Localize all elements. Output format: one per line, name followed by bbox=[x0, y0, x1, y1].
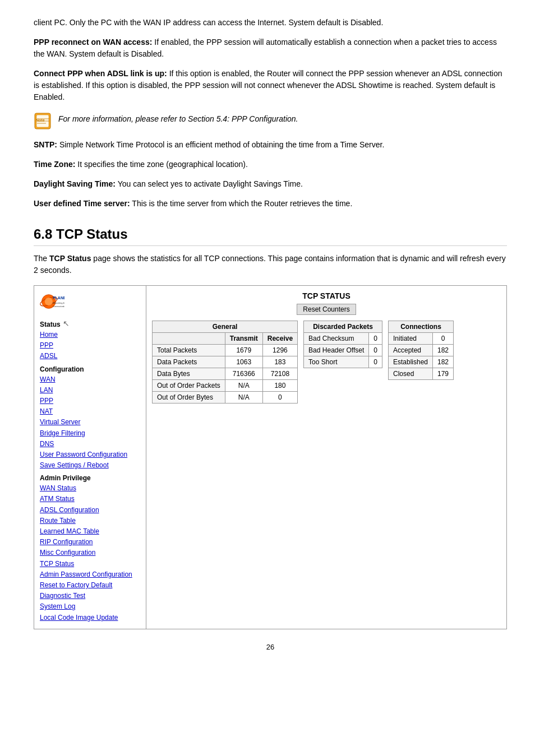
section-intro-text2: page shows the statistics for all TCP co… bbox=[34, 254, 506, 275]
sidebar-link-save-settings[interactable]: Save Settings / Reboot bbox=[40, 460, 140, 471]
general-row-transmit: 716366 bbox=[225, 368, 262, 380]
general-row-label: Data Packets bbox=[153, 356, 225, 368]
general-row-receive: 0 bbox=[262, 392, 297, 403]
sidebar-link-learned-mac[interactable]: Learned MAC Table bbox=[40, 526, 140, 537]
connections-row-label: Accepted bbox=[388, 345, 432, 356]
section-title: 6.8 TCP Status bbox=[34, 226, 507, 246]
general-table-row: Data Packets 1063 183 bbox=[153, 356, 298, 368]
connections-row-label: Initiated bbox=[388, 333, 432, 345]
general-table-row: Total Packets 1679 1296 bbox=[153, 345, 298, 356]
note-icon: Note bbox=[34, 111, 54, 131]
general-row-label: Out of Order Packets bbox=[153, 380, 225, 392]
discarded-row-label: Bad Header Offset bbox=[304, 345, 369, 356]
user-time-text: This is the time server from which the R… bbox=[130, 199, 353, 208]
connections-table-row: Established 182 bbox=[388, 356, 453, 368]
svg-text:PLANET: PLANET bbox=[53, 296, 64, 300]
discarded-row-label: Too Short bbox=[304, 356, 369, 368]
sidebar-link-wan-status[interactable]: WAN Status bbox=[40, 483, 140, 494]
user-time-block: User defined Time server: This is the ti… bbox=[34, 198, 507, 210]
connections-row-label: Established bbox=[388, 356, 432, 368]
sidebar-link-home[interactable]: Home bbox=[40, 330, 140, 340]
general-table: General Transmit Receive Total Packets 1… bbox=[152, 321, 298, 403]
general-row-transmit: 1679 bbox=[225, 345, 262, 356]
connections-row-value: 182 bbox=[433, 356, 454, 368]
sidebar-link-ppp[interactable]: PPP bbox=[40, 340, 140, 351]
ppp-reconnect-label: PPP reconnect on WAN access: bbox=[34, 38, 152, 47]
ppp-reconnect-block: PPP reconnect on WAN access: If enabled,… bbox=[34, 36, 507, 60]
discarded-table-wrapper: Discarded Packets Bad Checksum 0 Bad Hea… bbox=[303, 321, 382, 368]
sidebar-link-wan[interactable]: WAN bbox=[40, 374, 140, 385]
svg-text:Networking &: Networking & bbox=[53, 302, 64, 304]
sidebar-link-reset-factory[interactable]: Reset to Factory Default bbox=[40, 580, 140, 591]
reset-counters-button[interactable]: Reset Counters bbox=[297, 304, 356, 315]
sidebar-link-local-code[interactable]: Local Code Image Update bbox=[40, 613, 140, 623]
connections-row-value: 0 bbox=[433, 333, 454, 345]
sidebar-status-label: Status bbox=[40, 321, 61, 328]
general-row-transmit: N/A bbox=[225, 392, 262, 403]
reset-btn-row: Reset Counters bbox=[152, 304, 501, 315]
sidebar-admin-label: Admin Privilege bbox=[40, 474, 140, 482]
sidebar-logo: PLANET Networking & Communication bbox=[40, 291, 140, 312]
daylight-label: Daylight Saving Time: bbox=[34, 179, 116, 188]
discarded-table: Discarded Packets Bad Checksum 0 Bad Hea… bbox=[303, 321, 382, 368]
sidebar-link-route-table[interactable]: Route Table bbox=[40, 516, 140, 526]
user-time-label: User defined Time server: bbox=[34, 199, 130, 208]
general-row-receive: 180 bbox=[262, 380, 297, 392]
sidebar-link-tcp-status[interactable]: TCP Status bbox=[40, 559, 140, 569]
sidebar-link-atm-status[interactable]: ATM Status bbox=[40, 494, 140, 504]
sidebar-link-system-log[interactable]: System Log bbox=[40, 601, 140, 612]
connect-ppp-block: Connect PPP when ADSL link is up: If thi… bbox=[34, 68, 507, 103]
connections-table-wrapper: Connections Initiated 0 Accepted 182 Est… bbox=[388, 321, 454, 380]
general-table-row: Data Bytes 716366 72108 bbox=[153, 368, 298, 380]
connections-header: Connections bbox=[388, 321, 453, 333]
sntp-block: SNTP: Simple Network Time Protocol is an… bbox=[34, 139, 507, 151]
general-table-row: Out of Order Bytes N/A 0 bbox=[153, 392, 298, 403]
sidebar-status-header: Status ↖ bbox=[40, 317, 140, 330]
sidebar-link-misc-config[interactable]: Misc Configuration bbox=[40, 548, 140, 558]
sidebar-link-dns[interactable]: DNS bbox=[40, 439, 140, 449]
daylight-block: Daylight Saving Time: You can select yes… bbox=[34, 178, 507, 190]
sidebar-link-ppp2[interactable]: PPP bbox=[40, 396, 140, 406]
sidebar-link-adsl-config[interactable]: ADSL Configuration bbox=[40, 505, 140, 516]
paragraph-1-text: client PC. Only the PC with the WAN IP a… bbox=[34, 18, 383, 27]
connections-row-value: 182 bbox=[433, 345, 454, 356]
connections-table-row: Closed 179 bbox=[388, 368, 453, 380]
sidebar-link-admin-password[interactable]: Admin Password Configuration bbox=[40, 569, 140, 580]
discarded-row-value: 0 bbox=[369, 333, 382, 345]
sntp-text: Simple Network Time Protocol is an effic… bbox=[57, 140, 384, 149]
col-receive-header: Receive bbox=[262, 333, 297, 345]
discarded-table-row: Bad Header Offset 0 bbox=[304, 345, 382, 356]
general-row-label: Total Packets bbox=[153, 345, 225, 356]
cursor-icon: ↖ bbox=[63, 319, 70, 328]
sntp-label: SNTP: bbox=[34, 140, 57, 149]
general-row-receive: 72108 bbox=[262, 368, 297, 380]
connections-table-row: Accepted 182 bbox=[388, 345, 453, 356]
sidebar-link-lan[interactable]: LAN bbox=[40, 385, 140, 396]
general-row-receive: 1296 bbox=[262, 345, 297, 356]
sidebar-link-adsl[interactable]: ADSL bbox=[40, 351, 140, 361]
sidebar-link-rip-config[interactable]: RIP Configuration bbox=[40, 537, 140, 548]
paragraph-1: client PC. Only the PC with the WAN IP a… bbox=[34, 17, 507, 29]
connections-table-row: Initiated 0 bbox=[388, 333, 453, 345]
timezone-label: Time Zone: bbox=[34, 160, 75, 169]
sidebar-link-virtual-server[interactable]: Virtual Server bbox=[40, 417, 140, 428]
section-intro-bold: TCP Status bbox=[49, 254, 91, 263]
discarded-table-row: Too Short 0 bbox=[304, 356, 382, 368]
discarded-table-row: Bad Checksum 0 bbox=[304, 333, 382, 345]
note-block: Note For more information, please refer … bbox=[34, 111, 507, 131]
daylight-text: You can select yes to activate Daylight … bbox=[116, 179, 303, 188]
connections-row-value: 179 bbox=[433, 368, 454, 380]
tcp-main-content: TCP STATUS Reset Counters General bbox=[146, 286, 506, 629]
note-text: For more information, please refer to Se… bbox=[58, 111, 298, 125]
sidebar-link-diagnostic[interactable]: Diagnostic Test bbox=[40, 591, 140, 601]
timezone-block: Time Zone: It specifies the time zone (g… bbox=[34, 159, 507, 170]
planet-logo-icon: PLANET Networking & Communication bbox=[40, 291, 64, 312]
tcp-status-ui: PLANET Networking & Communication Status… bbox=[34, 285, 507, 629]
sidebar-link-user-password[interactable]: User Password Configuration bbox=[40, 449, 140, 460]
sidebar-link-bridge-filtering[interactable]: Bridge Filtering bbox=[40, 428, 140, 439]
timezone-text: It specifies the time zone (geographical… bbox=[75, 160, 247, 169]
col-label-header bbox=[153, 333, 225, 345]
sidebar-link-nat[interactable]: NAT bbox=[40, 406, 140, 417]
discarded-row-label: Bad Checksum bbox=[304, 333, 369, 345]
general-row-label: Data Bytes bbox=[153, 368, 225, 380]
